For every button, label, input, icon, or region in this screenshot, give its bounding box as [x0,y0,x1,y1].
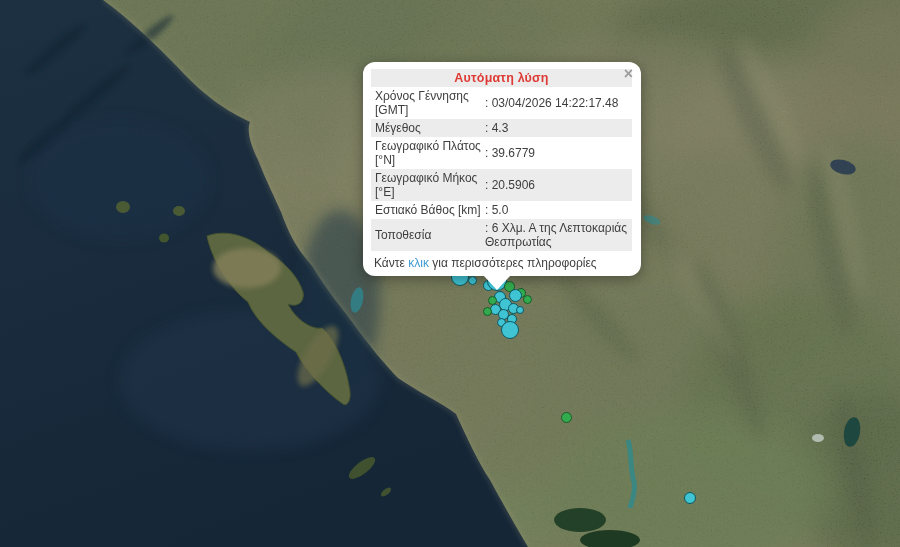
earthquake-popup: × Αυτόματη λύση Χρόνος Γέννησης [GMT] : … [363,62,641,276]
popup-row-label: Τοποθεσία [375,228,485,242]
popup-title: Αυτόματη λύση [371,69,632,87]
popup-row-value: : 03/04/2026 14:22:17.48 [485,96,628,110]
earthquake-marker[interactable] [523,295,532,304]
popup-row-value: : 6 Χλμ. Α της Λεπτοκαριάς Θεσπρωτίας [485,221,628,249]
satellite-map[interactable]: × Αυτόματη λύση Χρόνος Γέννησης [GMT] : … [0,0,900,547]
popup-row-value: : 5.0 [485,203,628,217]
popup-footer-prefix: Κάντε [374,256,408,270]
popup-row-latitude: Γεωγραφικό Πλάτος [°N] : 39.6779 [371,137,632,169]
popup-row-origin-time: Χρόνος Γέννησης [GMT] : 03/04/2026 14:22… [371,87,632,119]
popup-row-longitude: Γεωγραφικό Μήκος [°E] : 20.5906 [371,169,632,201]
earthquake-marker[interactable] [561,412,572,423]
popup-footer-suffix: για περισσότερες πληροφορίες [429,256,597,270]
popup-row-value: : 39.6779 [485,146,628,160]
popup-row-label: Γεωγραφικό Μήκος [°E] [375,171,485,199]
popup-footer: Κάντε κλικ για περισσότερες πληροφορίες [371,256,632,270]
earthquake-marker[interactable] [684,492,696,504]
earthquake-marker[interactable] [516,306,524,314]
popup-row-depth: Εστιακό Βάθος [km] : 5.0 [371,201,632,219]
earthquake-marker[interactable] [501,321,519,339]
popup-row-label: Μέγεθος [375,121,485,135]
more-info-link[interactable]: κλικ [408,256,429,270]
earthquake-marker[interactable] [468,276,477,285]
popup-row-magnitude: Μέγεθος : 4.3 [371,119,632,137]
earthquake-marker[interactable] [483,307,492,316]
popup-row-label: Γεωγραφικό Πλάτος [°N] [375,139,485,167]
popup-pointer [483,275,511,290]
popup-table: Αυτόματη λύση Χρόνος Γέννησης [GMT] : 03… [371,69,632,251]
popup-row-value: : 20.5906 [485,178,628,192]
popup-row-value: : 4.3 [485,121,628,135]
popup-row-label: Εστιακό Βάθος [km] [375,203,485,217]
popup-row-location: Τοποθεσία : 6 Χλμ. Α της Λεπτοκαριάς Θεσ… [371,219,632,251]
popup-row-label: Χρόνος Γέννησης [GMT] [375,89,485,117]
popup-close-button[interactable]: × [624,66,633,82]
